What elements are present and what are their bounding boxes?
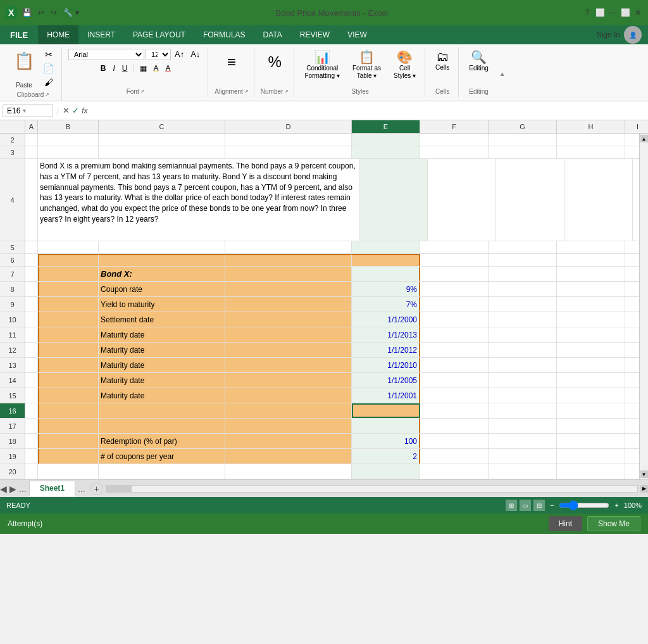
conditional-formatting-button[interactable]: 📊 ConditionalFormatting ▾ bbox=[301, 48, 344, 81]
cell-g8[interactable] bbox=[489, 282, 557, 296]
cell-b9[interactable] bbox=[38, 297, 99, 312]
cell-f10[interactable] bbox=[420, 312, 489, 327]
insert-function-button[interactable]: fx bbox=[82, 106, 87, 115]
cell-a18[interactable] bbox=[25, 434, 38, 448]
cell-g7[interactable] bbox=[489, 267, 557, 281]
cell-b3[interactable] bbox=[38, 146, 99, 158]
cell-d10[interactable] bbox=[225, 312, 352, 327]
cell-e12[interactable]: 1/1/2012 bbox=[352, 343, 420, 357]
number-expand-icon[interactable]: ↗ bbox=[284, 89, 289, 94]
cell-f15[interactable] bbox=[420, 388, 489, 403]
cell-d2[interactable] bbox=[225, 134, 352, 146]
cell-a13[interactable] bbox=[25, 358, 38, 372]
cell-h18[interactable] bbox=[557, 434, 625, 448]
normal-view-button[interactable]: ⊞ bbox=[506, 500, 517, 511]
cell-e10[interactable]: 1/1/2000 bbox=[352, 312, 420, 327]
cell-f16[interactable] bbox=[420, 403, 489, 418]
cell-g10[interactable] bbox=[489, 312, 557, 327]
cell-h10[interactable] bbox=[557, 312, 625, 327]
cell-d5[interactable] bbox=[225, 241, 352, 253]
font-size-select[interactable]: 12 bbox=[146, 49, 171, 60]
zoom-plus-icon[interactable]: + bbox=[614, 502, 618, 509]
tab-ellipsis-left[interactable]: ... bbox=[19, 484, 27, 494]
cell-g16[interactable] bbox=[489, 403, 557, 418]
cell-g20[interactable] bbox=[489, 464, 557, 479]
show-me-button[interactable]: Show Me bbox=[587, 516, 640, 531]
cell-b20[interactable] bbox=[38, 464, 99, 479]
cell-a9[interactable] bbox=[25, 297, 38, 312]
menu-home[interactable]: HOME bbox=[38, 25, 78, 44]
cell-g6[interactable] bbox=[489, 254, 557, 266]
cell-h12[interactable] bbox=[557, 343, 625, 357]
cell-i19[interactable] bbox=[625, 449, 639, 464]
cell-e20[interactable] bbox=[352, 464, 420, 479]
cell-d12[interactable] bbox=[225, 343, 352, 357]
menu-file[interactable]: FILE bbox=[0, 25, 38, 44]
cell-d6[interactable] bbox=[225, 254, 352, 266]
cell-i2[interactable] bbox=[625, 134, 639, 146]
cell-d8[interactable] bbox=[225, 282, 352, 296]
cell-h19[interactable] bbox=[557, 449, 625, 464]
cell-g9[interactable] bbox=[489, 297, 557, 312]
cell-i3[interactable] bbox=[625, 146, 639, 158]
minimize-button[interactable]: — bbox=[608, 8, 618, 18]
cell-i10[interactable] bbox=[625, 312, 639, 327]
cell-a4[interactable] bbox=[25, 159, 38, 241]
col-header-c[interactable]: C bbox=[99, 120, 225, 133]
cell-b15[interactable] bbox=[38, 388, 99, 403]
cell-f4[interactable] bbox=[428, 159, 496, 241]
cell-e11[interactable]: 1/1/2013 bbox=[352, 327, 420, 342]
restore-button[interactable]: ⬜ bbox=[595, 8, 605, 18]
cell-h4[interactable] bbox=[564, 159, 633, 241]
italic-button[interactable]: I bbox=[109, 63, 118, 74]
cell-i7[interactable] bbox=[625, 267, 639, 281]
vertical-scrollbar[interactable]: ▲ ▼ bbox=[639, 134, 648, 479]
cell-f11[interactable] bbox=[420, 327, 489, 342]
cell-h14[interactable] bbox=[557, 373, 625, 388]
cell-a5[interactable] bbox=[25, 241, 38, 253]
cell-d18[interactable] bbox=[225, 434, 352, 448]
cell-e13[interactable]: 1/1/2010 bbox=[352, 358, 420, 372]
underline-button[interactable]: U bbox=[119, 63, 131, 74]
cell-e4[interactable] bbox=[359, 159, 428, 241]
menu-formulas[interactable]: FORMULAS bbox=[194, 25, 254, 44]
cell-i12[interactable] bbox=[625, 343, 639, 357]
cell-d11[interactable] bbox=[225, 327, 352, 342]
maximize-button[interactable]: ⬜ bbox=[620, 8, 630, 18]
cell-d19[interactable] bbox=[225, 449, 352, 464]
cell-g3[interactable] bbox=[489, 146, 557, 158]
paste-button[interactable]: 📋 bbox=[10, 49, 38, 80]
page-layout-view-button[interactable]: ▭ bbox=[520, 500, 531, 511]
cell-a11[interactable] bbox=[25, 327, 38, 342]
border-button[interactable]: ▦ bbox=[137, 63, 150, 74]
cell-c11[interactable]: Maturity date bbox=[99, 327, 225, 342]
cell-e5[interactable] bbox=[352, 241, 420, 253]
cell-h5[interactable] bbox=[557, 241, 625, 253]
help-button[interactable]: ? bbox=[582, 8, 592, 18]
cell-a16[interactable] bbox=[25, 403, 38, 418]
cell-c14[interactable]: Maturity date bbox=[99, 373, 225, 388]
cell-b11[interactable] bbox=[38, 327, 99, 342]
cell-h2[interactable] bbox=[557, 134, 625, 146]
cell-b7[interactable] bbox=[38, 267, 99, 281]
cell-g2[interactable] bbox=[489, 134, 557, 146]
cell-g11[interactable] bbox=[489, 327, 557, 342]
cell-h15[interactable] bbox=[557, 388, 625, 403]
cell-c5[interactable] bbox=[99, 241, 225, 253]
cell-b13[interactable] bbox=[38, 358, 99, 372]
decrease-font-size-button[interactable]: A↓ bbox=[188, 48, 202, 60]
customize-button[interactable]: 🔧 ▾ bbox=[61, 7, 81, 18]
cell-c16[interactable] bbox=[99, 403, 225, 418]
cell-h3[interactable] bbox=[557, 146, 625, 158]
cell-a12[interactable] bbox=[25, 343, 38, 357]
cell-a8[interactable] bbox=[25, 282, 38, 296]
cell-f13[interactable] bbox=[420, 358, 489, 372]
undo-button[interactable]: ↩ bbox=[35, 7, 47, 18]
zoom-minus-icon[interactable]: − bbox=[550, 502, 554, 509]
cell-b4-wide[interactable]: Bond X is a premium bond making semiannu… bbox=[38, 159, 359, 241]
cell-e19[interactable]: 2 bbox=[352, 449, 420, 464]
cell-i14[interactable] bbox=[625, 373, 639, 388]
tab-ellipsis-right[interactable]: ... bbox=[78, 484, 85, 494]
cell-i15[interactable] bbox=[625, 388, 639, 403]
cell-c18[interactable]: Redemption (% of par) bbox=[99, 434, 225, 448]
